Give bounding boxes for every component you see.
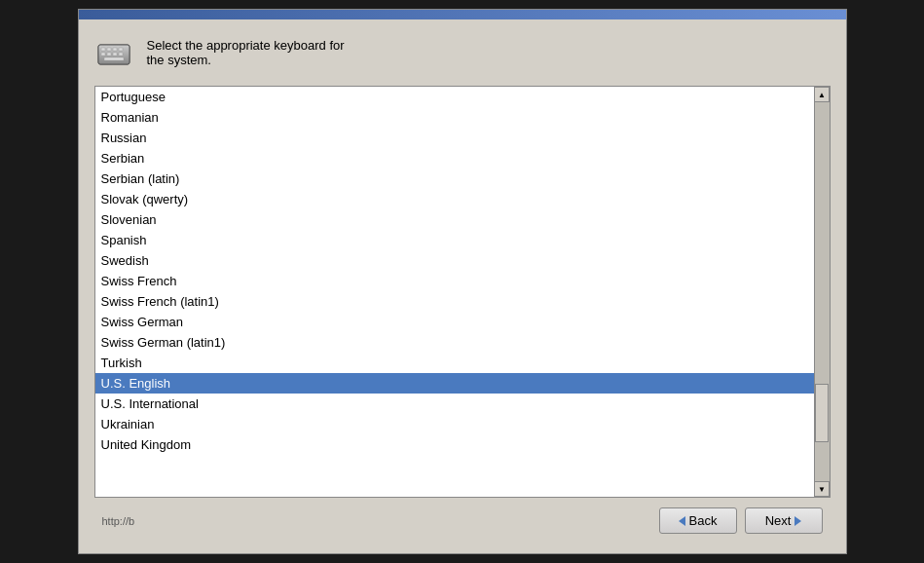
list-item[interactable]: Swedish (95, 250, 814, 271)
list-item[interactable]: Swiss German (95, 312, 814, 332)
scrollbar-track: ▲ ▼ (814, 87, 830, 497)
footer-url: http://b (102, 515, 651, 527)
list-item[interactable]: Portuguese (95, 87, 814, 107)
content-area: Select the appropriate keyboard for the … (79, 19, 846, 553)
list-item[interactable]: Serbian (95, 148, 814, 169)
list-item[interactable]: United Kingdom (95, 434, 814, 455)
back-button[interactable]: Back (659, 507, 737, 534)
list-item[interactable]: Russian (95, 128, 814, 148)
scroll-thumb[interactable] (815, 384, 829, 442)
scroll-down-button[interactable]: ▼ (814, 481, 830, 497)
list-item[interactable]: Swiss German (latin1) (95, 332, 814, 353)
scroll-thumb-area (815, 102, 830, 481)
keyboard-list-scroll[interactable]: PortugueseRomanianRussianSerbianSerbian … (95, 87, 814, 497)
svg-rect-8 (113, 53, 117, 56)
instruction-text: Select the appropriate keyboard for the … (147, 38, 345, 67)
header-text: Select the appropriate keyboard for the … (147, 38, 345, 67)
list-item[interactable]: Slovenian (95, 209, 814, 230)
next-arrow-icon (795, 516, 801, 526)
keyboard-icon (94, 33, 133, 72)
list-item[interactable]: Swiss French (latin1) (95, 291, 814, 312)
svg-rect-9 (119, 53, 123, 56)
window: Select the appropriate keyboard for the … (78, 9, 847, 554)
list-item[interactable]: Serbian (latin) (95, 169, 814, 189)
list-item[interactable]: Turkish (95, 353, 814, 373)
svg-rect-10 (104, 57, 124, 60)
list-item[interactable]: Spanish (95, 230, 814, 250)
svg-rect-4 (113, 48, 117, 51)
list-item[interactable]: Ukrainian (95, 414, 814, 434)
list-item[interactable]: Romanian (95, 107, 814, 128)
next-label: Next (765, 513, 792, 528)
back-arrow-icon (679, 516, 685, 526)
list-item[interactable]: Swiss French (95, 271, 814, 291)
list-item[interactable]: Slovak (qwerty) (95, 189, 814, 209)
svg-rect-3 (107, 48, 111, 51)
keyboard-list-container: PortugueseRomanianRussianSerbianSerbian … (94, 86, 831, 498)
svg-rect-7 (107, 53, 111, 56)
list-item[interactable]: U.S. English (95, 373, 814, 394)
svg-rect-5 (119, 48, 123, 51)
list-item[interactable]: U.S. International (95, 394, 814, 414)
back-label: Back (689, 513, 718, 528)
outer-container: Select the appropriate keyboard for the … (0, 0, 924, 563)
header-row: Select the appropriate keyboard for the … (94, 33, 831, 72)
svg-rect-2 (101, 48, 105, 51)
svg-rect-6 (101, 53, 105, 56)
top-banner (79, 10, 846, 19)
next-button[interactable]: Next (745, 507, 823, 534)
scroll-up-button[interactable]: ▲ (814, 87, 830, 102)
footer-row: http://b Back Next (94, 498, 831, 540)
